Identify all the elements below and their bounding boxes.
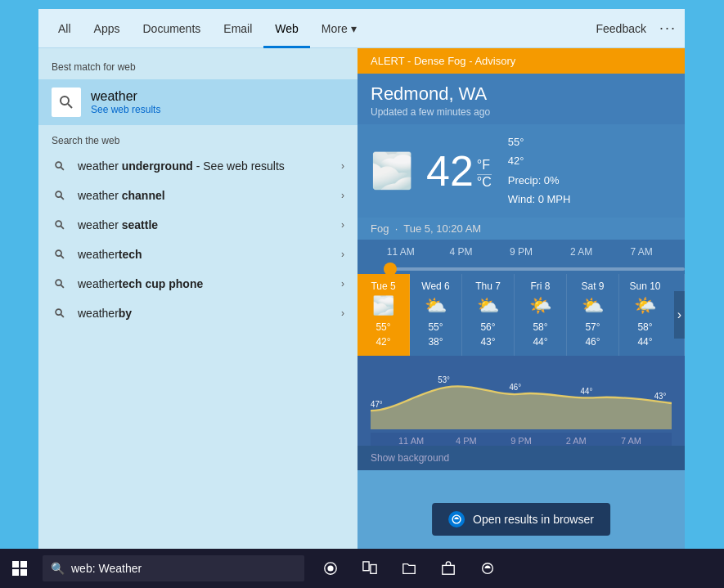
suggestion-item-weatherby[interactable]: weatherby › xyxy=(38,298,358,328)
file-explorer-button[interactable] xyxy=(391,550,427,586)
suggestion-text: weathertech cup phone xyxy=(78,277,341,290)
suggestion-item-underground[interactable]: weather underground - See web results › xyxy=(38,151,358,181)
day-item-thu[interactable]: Thu 7 ⛅ 56° 43° xyxy=(462,274,515,356)
suggestion-text: weather channel xyxy=(78,189,341,202)
bottom-bar: Show background xyxy=(358,446,685,470)
tab-all[interactable]: All xyxy=(47,9,83,48)
svg-point-4 xyxy=(56,191,61,197)
svg-rect-23 xyxy=(20,569,27,576)
city-name: Redmond, WA xyxy=(371,83,672,105)
taskbar: 🔍 xyxy=(0,549,724,588)
search-icon xyxy=(52,276,68,292)
suggestion-item-channel[interactable]: weather channel › xyxy=(38,181,358,210)
multitask-button[interactable] xyxy=(352,550,388,586)
day-temps: 55° 38° xyxy=(413,320,458,349)
tab-apps[interactable]: Apps xyxy=(83,9,132,48)
temp-low: 42° xyxy=(508,151,571,170)
svg-line-5 xyxy=(61,196,64,200)
arrow-icon: › xyxy=(341,160,344,172)
edge-button[interactable] xyxy=(470,550,506,586)
time-slider[interactable] xyxy=(384,267,685,271)
current-temp: 42 xyxy=(426,146,474,195)
weather-main: 🌫️ 42 °F °C 55° 42° Precip: 0% Wind: 0 M… xyxy=(358,124,685,218)
svg-rect-27 xyxy=(371,565,376,574)
svg-text:43°: 43° xyxy=(654,390,667,401)
svg-point-6 xyxy=(56,221,61,227)
search-icon xyxy=(52,305,68,321)
search-panel: All Apps Documents Email Web More ▾ Feed… xyxy=(38,9,685,549)
day-temps: 58° 44° xyxy=(518,320,563,349)
day-temps: 56° 43° xyxy=(465,320,510,349)
best-match-title: weather xyxy=(91,89,160,104)
arrow-icon: › xyxy=(341,190,344,201)
temp-unit: °F °C xyxy=(477,158,492,190)
day-icon: ⛅ xyxy=(465,295,510,316)
chart-label-1: 4 PM xyxy=(438,436,493,446)
chart-label-3: 2 AM xyxy=(549,436,604,446)
search-web-label: Search the web xyxy=(38,125,358,151)
arrow-icon: › xyxy=(341,249,344,260)
day-label: Tue 5 xyxy=(361,281,406,292)
svg-line-9 xyxy=(61,255,64,258)
svg-text:47°: 47° xyxy=(371,397,383,408)
day-item-fri[interactable]: Fri 8 🌤️ 58° 44° xyxy=(515,274,567,356)
left-panel: Best match for web weather See web resul… xyxy=(38,48,358,549)
day-icon: 🌫️ xyxy=(361,295,406,316)
svg-point-0 xyxy=(61,97,69,105)
chart-label-0: 11 AM xyxy=(384,436,438,446)
arrow-icon: › xyxy=(341,219,344,231)
task-view-button[interactable] xyxy=(313,550,349,586)
taskbar-search-input[interactable] xyxy=(71,562,296,575)
best-match-subtitle[interactable]: See web results xyxy=(91,104,160,115)
day-item-sat[interactable]: Sat 9 ⛅ 57° 46° xyxy=(567,274,619,356)
start-button[interactable] xyxy=(0,549,39,588)
hour-label-3: 2 AM xyxy=(551,246,612,258)
weather-condition: Fog · Tue 5, 10:20 AM xyxy=(358,218,685,240)
suggestion-text: weather underground - See web results xyxy=(78,159,341,173)
day-item-tue[interactable]: Tue 5 🌫️ 55° 42° xyxy=(358,274,410,356)
svg-point-12 xyxy=(56,309,61,315)
feedback-button[interactable]: Feedback xyxy=(596,22,646,35)
suggestion-text: weathertech xyxy=(78,248,341,261)
day-temps: 57° 46° xyxy=(570,320,615,349)
svg-line-7 xyxy=(61,226,64,229)
more-options-button[interactable]: ··· xyxy=(659,20,677,37)
svg-text:53°: 53° xyxy=(438,374,450,384)
search-icon-large xyxy=(52,88,81,117)
day-temps: 58° 44° xyxy=(623,320,668,349)
chart-labels: 11 AM 4 PM 9 PM 2 AM 7 AM xyxy=(371,433,672,446)
suggestion-item-weathertech-cup[interactable]: weathertech cup phone › xyxy=(38,269,358,298)
search-icon xyxy=(52,158,68,174)
best-match-item[interactable]: weather See web results xyxy=(38,79,358,125)
content-area: Best match for web weather See web resul… xyxy=(38,48,685,549)
precip: Precip: 0% xyxy=(508,171,571,190)
hour-label-2: 9 PM xyxy=(491,246,551,258)
temp-chart: 47° 53° 46° 44° 43° 11 AM 4 PM 9 PM 2 AM… xyxy=(358,356,685,446)
next-days-arrow[interactable]: › xyxy=(674,291,685,339)
svg-rect-21 xyxy=(20,561,27,568)
updated-time: Updated a few minutes ago xyxy=(371,106,672,118)
svg-line-1 xyxy=(68,104,72,108)
day-item-wed[interactable]: Wed 6 ⛅ 55° 38° xyxy=(410,274,462,356)
tab-more[interactable]: More ▾ xyxy=(310,9,368,48)
open-browser-button[interactable]: Open results in browser xyxy=(432,503,610,536)
svg-point-10 xyxy=(56,280,61,285)
tab-documents[interactable]: Documents xyxy=(131,9,212,48)
weather-header: Redmond, WA Updated a few minutes ago xyxy=(358,74,685,124)
tab-email[interactable]: Email xyxy=(212,9,263,48)
best-match-label: Best match for web xyxy=(38,58,358,79)
day-icon: ⛅ xyxy=(570,295,615,316)
taskbar-search-box[interactable]: 🔍 xyxy=(43,555,304,581)
open-browser-label: Open results in browser xyxy=(473,513,594,526)
tab-web[interactable]: Web xyxy=(263,9,310,48)
suggestion-item-weathertech[interactable]: weathertech › xyxy=(38,240,358,269)
best-match-text: weather See web results xyxy=(91,89,160,115)
fahrenheit-label[interactable]: °F xyxy=(477,158,492,175)
celsius-label[interactable]: °C xyxy=(477,175,492,190)
tabs-bar: All Apps Documents Email Web More ▾ Feed… xyxy=(38,9,685,48)
day-icon: 🌤️ xyxy=(518,295,563,316)
suggestion-item-seattle[interactable]: weather seattle › xyxy=(38,210,358,240)
chart-label-4: 7 AM xyxy=(604,436,659,446)
show-background-button[interactable]: Show background xyxy=(371,452,449,464)
store-button[interactable] xyxy=(430,550,466,586)
